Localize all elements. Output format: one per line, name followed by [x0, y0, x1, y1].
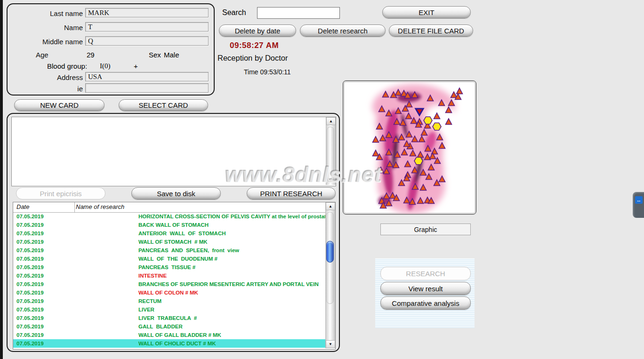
research-row-name: RECTUM	[76, 298, 161, 304]
scroll-down-icon[interactable]: ▼	[326, 340, 335, 348]
histology-image	[343, 81, 476, 214]
sex-value: Male	[164, 51, 179, 59]
middle-name-field[interactable]	[85, 36, 209, 46]
memo-scroll-thumb[interactable]	[327, 127, 334, 182]
research-row[interactable]: 07.05.2019BRANCHES OF SUPERIOR MESENTERI…	[13, 280, 326, 288]
last-name-label: Last name	[8, 9, 83, 17]
research-row[interactable]: 07.05.2019WALL OF THE DUODENUM #	[13, 255, 326, 263]
research-row-date: 07.05.2019	[13, 298, 76, 304]
application-window: Last name Name Middle name Age 29 Sex Ma…	[0, 0, 644, 359]
research-row-date: 07.05.2019	[13, 214, 76, 219]
delete-file-card-button[interactable]: DELETE FILE CARD	[389, 24, 473, 37]
exit-button[interactable]: EXIT	[382, 6, 471, 18]
research-row[interactable]: 07.05.2019INTESTINE	[13, 271, 326, 280]
patient-card-panel: Last name Name Middle name Age 29 Sex Ma…	[7, 3, 215, 96]
print-epicrisis-button: Print epicrisis	[16, 187, 105, 199]
sex-label: Sex	[149, 51, 161, 59]
column-divider[interactable]	[74, 202, 75, 212]
ie-label: ie	[8, 85, 83, 93]
print-research-button[interactable]: PRINT RESEARCH	[247, 187, 336, 199]
research-row-name: LIVER	[76, 307, 154, 312]
double-arrow-icon: ↔	[635, 196, 643, 204]
address-label: Address	[8, 73, 83, 81]
comparative-analysis-button[interactable]: Comparative analysis	[380, 296, 471, 310]
scroll-up-icon[interactable]: ▲	[326, 117, 336, 125]
research-row[interactable]: 07.05.2019WALL OF COLON # MK	[13, 288, 326, 297]
blood-group-value: I(0)	[100, 62, 111, 70]
blood-group-label: Blood group:	[47, 62, 87, 70]
date-column-header[interactable]: Date	[16, 203, 29, 210]
age-value: 29	[87, 51, 95, 59]
research-row-date: 07.05.2019	[13, 315, 76, 321]
research-row[interactable]: 07.05.2019ANTERIOR WALL OF STOMACH	[13, 229, 326, 238]
research-row[interactable]: 07.05.2019RECTUM	[13, 297, 326, 305]
delete-research-button[interactable]: Delete research	[300, 24, 386, 37]
middle-name-label: Middle name	[8, 38, 83, 46]
teamviewer-icon[interactable]: ↔	[633, 192, 644, 218]
search-label: Search	[222, 8, 246, 17]
table-scrollbar[interactable]: ▲ ▼	[325, 202, 335, 348]
name-field[interactable]	[85, 22, 209, 32]
epicrisis-memo[interactable]: ▲	[11, 117, 336, 186]
new-card-button[interactable]: NEW CARD	[14, 99, 105, 111]
research-panel: ▲ Print epicrisis Save to disk PRINT RES…	[7, 113, 340, 352]
research-row-name: GALL BLADDER	[76, 324, 183, 329]
research-row-name: WALL OF COLON # MK	[76, 290, 198, 295]
scroll-up-icon[interactable]: ▲	[326, 202, 335, 210]
session-time: Time 09:53/0:11	[244, 68, 291, 76]
table-header: Date Name of research	[13, 202, 326, 213]
select-card-button[interactable]: SELECT CARD	[119, 99, 208, 111]
age-label: Age	[36, 51, 57, 59]
table-scroll-position[interactable]	[326, 241, 334, 263]
research-row-name: BACK WALL OF STOMACH	[76, 222, 209, 228]
research-row-date: 07.05.2019	[13, 231, 76, 236]
clock: 09:58:27 AM	[230, 41, 279, 50]
research-row-date: 07.05.2019	[13, 239, 76, 245]
graphic-button[interactable]: Graphic	[380, 223, 471, 235]
research-row-name: PANCREAS TISSUE #	[76, 264, 195, 270]
research-row[interactable]: 07.05.2019PANCREAS TISSUE #	[13, 263, 326, 271]
research-row[interactable]: 07.05.2019WALL OF CHOLIC DUCT # MK	[13, 339, 326, 348]
name-column-header[interactable]: Name of research	[76, 203, 124, 210]
research-table-body: 07.05.2019HORIZONTAL CROSS-SECTION OF PE…	[13, 212, 326, 349]
research-row-name: PANCREAS AND SPLEEN, front view	[76, 247, 239, 253]
research-row[interactable]: 07.05.2019GALL BLADDER	[13, 322, 326, 331]
view-result-button[interactable]: View result	[380, 282, 471, 295]
search-input[interactable]	[257, 7, 340, 19]
last-name-field[interactable]	[85, 8, 209, 17]
left-edge-strip	[0, 0, 3, 359]
research-row-date: 07.05.2019	[13, 222, 76, 228]
address-field[interactable]	[85, 72, 209, 81]
research-row-date: 07.05.2019	[13, 273, 76, 279]
research-row-name: INTESTINE	[76, 273, 167, 279]
research-row[interactable]: 07.05.2019PANCREAS AND SPLEEN, front vie…	[13, 246, 326, 255]
research-row-name: ANTERIOR WALL OF STOMACH	[76, 231, 226, 236]
research-row[interactable]: 07.05.2019WALL OF GALL BLADDER # MK	[13, 331, 326, 339]
research-row-date: 07.05.2019	[13, 281, 76, 287]
research-row[interactable]: 07.05.2019WALL OF STOMACH # MK	[13, 238, 326, 246]
research-row-date: 07.05.2019	[13, 247, 76, 253]
research-row-date: 07.05.2019	[13, 290, 76, 295]
research-row-name: WALL OF CHOLIC DUCT # MK	[76, 341, 216, 346]
research-row[interactable]: 07.05.2019BACK WALL OF STOMACH	[13, 221, 326, 229]
rh-factor-value: +	[134, 62, 138, 70]
memo-scrollbar[interactable]: ▲	[326, 117, 336, 185]
research-row-date: 07.05.2019	[13, 341, 76, 346]
ie-field[interactable]	[85, 83, 209, 93]
research-button: RESEARCH	[380, 267, 471, 280]
research-row-name: WALL OF GALL BLADDER # MK	[76, 332, 221, 338]
delete-by-date-button[interactable]: Delete by date	[219, 24, 296, 37]
research-row-name: WALL OF STOMACH # MK	[76, 239, 208, 245]
research-row[interactable]: 07.05.2019LIVER	[13, 305, 326, 314]
research-row-date: 07.05.2019	[13, 324, 76, 329]
research-table: Date Name of research 07.05.2019HORIZONT…	[13, 202, 336, 350]
research-row-name: HORIZONTAL CROSS-SECTION OF PELVIS CAVIT…	[76, 214, 326, 219]
name-label: Name	[8, 24, 83, 32]
save-to-disk-button[interactable]: Save to disk	[131, 187, 221, 199]
research-row-date: 07.05.2019	[13, 264, 76, 270]
research-row[interactable]: 07.05.2019LIVER TRABECULA #	[13, 314, 326, 322]
research-row[interactable]: 07.05.2019HORIZONTAL CROSS-SECTION OF PE…	[13, 212, 326, 221]
research-row-date: 07.05.2019	[13, 256, 76, 262]
research-row-name: WALL OF THE DUODENUM #	[76, 256, 217, 262]
histology-image-panel[interactable]	[343, 80, 476, 215]
